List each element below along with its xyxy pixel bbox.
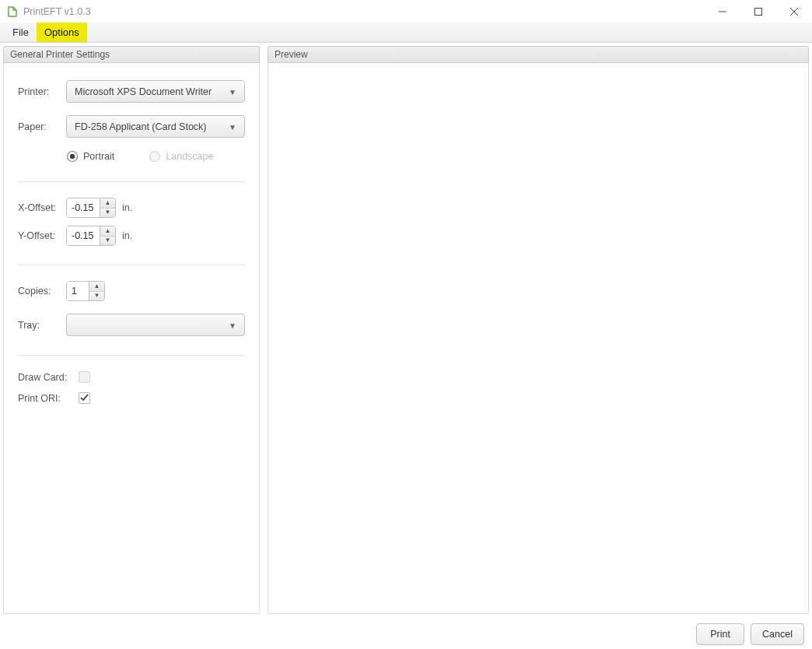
drawcard-checkbox (79, 371, 90, 383)
xoffset-input[interactable] (67, 198, 100, 217)
yoffset-input[interactable] (67, 226, 100, 245)
chevron-down-icon: ▼ (229, 321, 236, 329)
copies-step-up[interactable]: ▲ (89, 282, 104, 292)
printer-label: Printer: (18, 86, 66, 97)
xoffset-step-up[interactable]: ▲ (100, 198, 115, 209)
printer-select[interactable]: Microsoft XPS Document Writer ▼ (66, 80, 245, 103)
content-area: General Printer Settings Printer: Micros… (0, 43, 812, 619)
copies-label: Copies: (18, 286, 66, 296)
window-title: PrintEFT v1.0.3 (23, 6, 91, 17)
xoffset-stepper[interactable]: ▲ ▼ (66, 198, 116, 218)
copies-stepper[interactable]: ▲ ▼ (66, 281, 105, 301)
copies-step-down[interactable]: ▼ (89, 292, 104, 301)
svg-rect-0 (755, 8, 762, 15)
menu-options[interactable]: Options (37, 23, 87, 42)
tray-label: Tray: (18, 320, 66, 331)
printer-select-value: Microsoft XPS Document Writer (75, 86, 212, 97)
titlebar: PrintEFT v1.0.3 (0, 0, 812, 23)
settings-panel: General Printer Settings Printer: Micros… (3, 46, 260, 614)
menubar: File Options (0, 23, 812, 43)
chevron-down-icon: ▼ (229, 122, 236, 131)
svg-point-3 (150, 152, 160, 162)
paper-select-value: FD-258 Applicant (Card Stock) (75, 121, 207, 132)
divider (18, 265, 245, 265)
divider (18, 355, 245, 356)
xoffset-unit: in. (122, 202, 132, 213)
yoffset-unit: in. (122, 230, 132, 241)
print-button[interactable]: Print (696, 623, 744, 645)
drawcard-label: Draw Card: (18, 372, 72, 383)
minimize-button[interactable] (705, 0, 740, 23)
tray-select[interactable]: ▼ (66, 314, 245, 336)
yoffset-label: Y-Offset: (18, 230, 66, 241)
divider (18, 181, 245, 182)
app-icon (6, 5, 19, 18)
menu-file[interactable]: File (5, 23, 37, 42)
paper-select[interactable]: FD-258 Applicant (Card Stock) ▼ (66, 115, 245, 138)
copies-input[interactable] (67, 282, 89, 300)
yoffset-step-down[interactable]: ▼ (100, 237, 115, 246)
printori-checkbox[interactable] (79, 392, 90, 404)
preview-panel: Preview (268, 46, 809, 614)
yoffset-step-up[interactable]: ▲ (100, 226, 115, 237)
chevron-down-icon: ▼ (229, 87, 236, 96)
yoffset-stepper[interactable]: ▲ ▼ (66, 226, 116, 246)
landscape-radio: Landscape (149, 150, 213, 163)
window-controls (705, 0, 812, 23)
xoffset-step-down[interactable]: ▼ (100, 209, 115, 218)
close-button[interactable] (776, 0, 812, 23)
cancel-button[interactable]: Cancel (751, 623, 804, 645)
paper-label: Paper: (18, 121, 66, 132)
landscape-radio-label: Landscape (166, 151, 213, 162)
settings-panel-header: General Printer Settings (3, 46, 260, 63)
printori-label: Print ORI: (18, 393, 72, 404)
portrait-radio[interactable]: Portrait (66, 150, 114, 163)
footer: Print Cancel (0, 619, 812, 649)
preview-panel-header: Preview (268, 46, 809, 63)
svg-point-2 (70, 154, 75, 159)
maximize-button[interactable] (740, 0, 776, 23)
portrait-radio-label: Portrait (83, 151, 114, 162)
xoffset-label: X-Offset: (18, 202, 66, 213)
preview-area (268, 63, 809, 614)
